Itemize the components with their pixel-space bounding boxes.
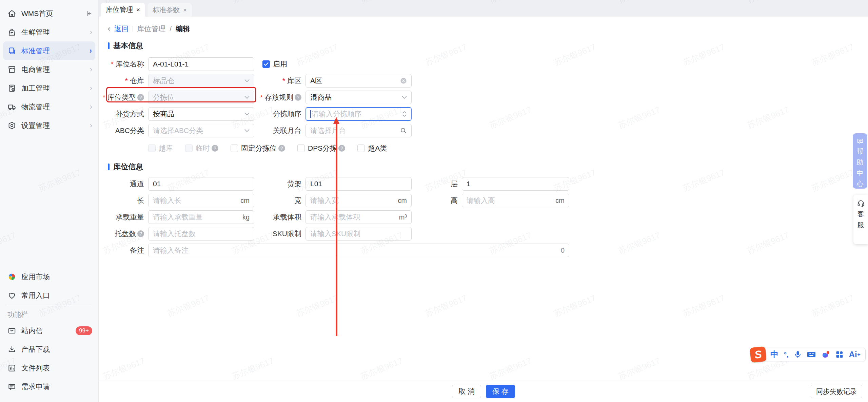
clear-icon[interactable]	[400, 77, 407, 84]
storage-rule-select[interactable]: 混商品	[305, 91, 412, 104]
ime-logo[interactable]: S	[750, 346, 767, 363]
sidebar-item-request[interactable]: 需求申请	[0, 377, 98, 396]
remark-input[interactable]: 请输入备注0	[148, 244, 569, 257]
ime-punctuation-toggle[interactable]: °,	[784, 351, 789, 359]
zone-input[interactable]: A区	[305, 74, 412, 88]
sidebar-item-file-list[interactable]: 文件列表	[0, 359, 98, 377]
aisle-input[interactable]: 01	[148, 177, 254, 191]
sidebar-item-label: 加工管理	[21, 83, 50, 93]
sync-failed-records-button[interactable]: 同步失败记录	[811, 385, 862, 398]
picking-order-input[interactable]: 请输入分拣顺序	[305, 107, 412, 121]
sidebar-item-app-market[interactable]: 应用市场	[0, 267, 98, 286]
checkbox[interactable]	[297, 145, 305, 152]
chevron-down-icon	[244, 96, 250, 99]
section-location-info: 库位信息	[108, 162, 868, 172]
load-weight-input[interactable]: 请输入承载重量kg	[148, 210, 254, 224]
sidebar-item-favorites[interactable]: 常用入口	[0, 286, 98, 305]
abc-class-select[interactable]: 请选择ABC分类	[148, 124, 254, 137]
chevron-right-icon: ›	[90, 47, 92, 55]
sidebar-item-label: 生鲜管理	[21, 27, 50, 37]
checkbox[interactable]	[231, 145, 238, 152]
help-icon[interactable]: ?	[137, 94, 144, 101]
search-icon	[400, 127, 407, 134]
sidebar-item-standard[interactable]: 标准管理 ›	[3, 41, 95, 60]
rack-input[interactable]: L01	[305, 177, 412, 191]
level-input[interactable]: 1	[462, 177, 569, 191]
warehouse-select[interactable]: 标品仓	[148, 74, 254, 88]
fresh-management-icon	[7, 28, 16, 37]
sidebar-item-label: 需求申请	[21, 382, 50, 391]
sidebar-item-label: 标准管理	[21, 46, 50, 56]
width-input[interactable]: 请输入宽cm	[305, 194, 412, 207]
dps-picking-checkbox[interactable]: DPS分拣 ?	[297, 143, 345, 153]
tab-location-management[interactable]: 库位管理 ×	[101, 3, 145, 17]
help-icon[interactable]: ?	[212, 145, 218, 152]
enabled-checkbox[interactable]	[262, 60, 270, 68]
collapse-sidebar-icon[interactable]	[85, 10, 92, 17]
sidebar-item-home[interactable]: WMS首页	[0, 4, 98, 23]
close-tab-icon[interactable]: ×	[183, 7, 187, 13]
sidebar-item-product-download[interactable]: 产品下载	[0, 340, 98, 359]
help-center-tab[interactable]: 帮 助 中 心	[853, 133, 867, 189]
number-stepper-icon[interactable]	[402, 110, 407, 118]
sidebar-item-label: 设置管理	[21, 121, 50, 130]
standard-management-icon	[7, 46, 16, 55]
remark-label: 备注	[107, 246, 148, 255]
tab-label: 库位管理	[106, 5, 133, 14]
help-icon[interactable]: ?	[295, 94, 301, 101]
tab-strip: 库位管理 × 标准参数 ×	[99, 0, 868, 17]
storage-rule-label: *存放规则?	[254, 93, 305, 102]
ime-toolbox-icon[interactable]	[835, 350, 844, 359]
location-info-form: 通道 01 货架 L01 层 1 长 请输入长cm 宽	[107, 177, 868, 257]
chevron-right-icon: ›	[90, 66, 92, 73]
back-chevron-icon: ‹	[108, 24, 110, 33]
customer-service-tab[interactable]: 客 服	[853, 195, 868, 244]
check-icon	[264, 62, 269, 66]
save-button[interactable]: 保 存	[486, 385, 515, 398]
checkbox[interactable]	[185, 145, 193, 152]
cross-dock-checkbox[interactable]: 越库	[148, 143, 173, 153]
tab-standard-params[interactable]: 标准参数 ×	[147, 3, 192, 17]
mail-icon	[7, 326, 16, 335]
back-link[interactable]: 返回	[114, 24, 129, 34]
height-input[interactable]: 请输入高cm	[462, 194, 569, 207]
enabled-label: 启用	[273, 59, 287, 69]
close-tab-icon[interactable]: ×	[136, 6, 140, 13]
checkbox[interactable]	[357, 145, 365, 152]
sidebar-item-messages[interactable]: 站内信 99+	[0, 321, 98, 340]
help-icon[interactable]: ?	[137, 230, 144, 237]
ime-skin-icon[interactable]	[821, 350, 830, 359]
sku-limit-input[interactable]: 请输入SKU限制	[305, 227, 412, 241]
section-title: 基本信息	[113, 41, 143, 51]
ime-keyboard-icon[interactable]	[807, 351, 816, 358]
pallet-count-input[interactable]: 请输入托盘数	[148, 227, 254, 241]
rack-label: 货架	[254, 179, 305, 189]
location-name-input[interactable]: A-01-L01-1	[148, 57, 254, 71]
sidebar-item-processing[interactable]: 加工管理 ›	[0, 79, 98, 97]
fixed-picking-checkbox[interactable]: 固定分拣位 ?	[231, 143, 285, 153]
edit-form-panel: ‹ 返回 库位管理 / 编辑 基本信息 *库位名称 A-01-L01-1	[99, 17, 868, 381]
location-type-select[interactable]: 分拣位	[148, 91, 254, 104]
sidebar-item-ecommerce[interactable]: 电商管理 ›	[0, 60, 98, 79]
headset-icon	[857, 199, 865, 208]
chevron-right-icon: ›	[90, 103, 92, 111]
super-a-checkbox[interactable]: 超A类	[357, 143, 387, 153]
temporary-checkbox[interactable]: 临时 ?	[185, 143, 218, 153]
ime-ai-button[interactable]: Ai✦	[849, 350, 861, 359]
sidebar-item-settings[interactable]: 设置管理 ›	[0, 116, 98, 135]
chevron-right-icon: ›	[90, 122, 92, 129]
char-counter: 0	[561, 247, 565, 254]
sidebar-item-logistics[interactable]: 物流管理 ›	[0, 97, 98, 116]
replenish-mode-select[interactable]: 按商品	[148, 107, 254, 121]
sidebar-item-fresh[interactable]: 生鲜管理 ›	[0, 23, 98, 41]
cancel-button[interactable]: 取 消	[452, 385, 481, 398]
help-icon[interactable]: ?	[338, 145, 345, 152]
ime-mode-toggle[interactable]: 中	[770, 349, 778, 360]
help-icon[interactable]: ?	[278, 145, 285, 152]
load-volume-input[interactable]: 请输入承载体积m³	[305, 210, 412, 224]
ime-microphone-icon[interactable]	[794, 350, 802, 359]
length-input[interactable]: 请输入长cm	[148, 194, 254, 207]
linked-dock-input[interactable]: 请选择月台	[305, 124, 412, 137]
checkbox[interactable]	[148, 145, 156, 152]
section-bar	[108, 42, 110, 49]
